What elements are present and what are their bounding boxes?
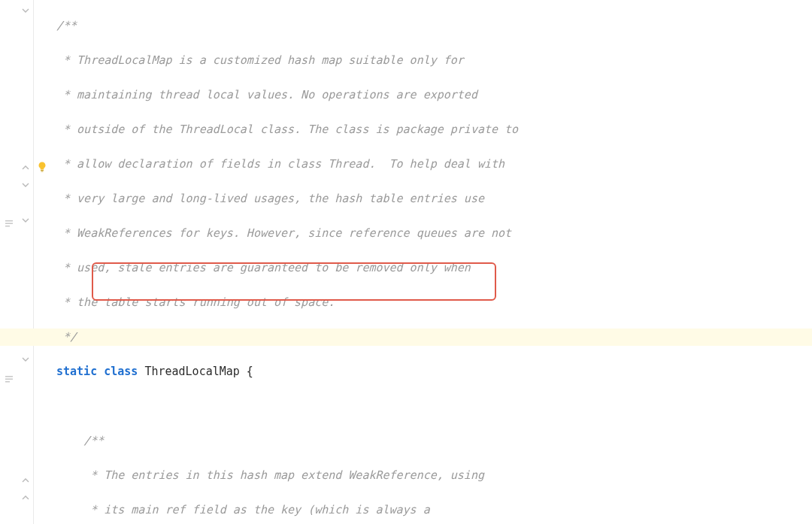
svg-rect-2 [5, 226, 10, 227]
svg-rect-0 [5, 220, 13, 222]
editor-gutter [0, 0, 34, 524]
comment-line: /** [56, 432, 812, 450]
comment-line: * used, stale entries are guaranteed to … [56, 259, 812, 277]
blank-line [56, 398, 812, 415]
svg-rect-3 [5, 376, 13, 377]
paragraph-structure-icon[interactable] [5, 217, 14, 234]
fold-open-icon[interactable] [21, 6, 30, 15]
class-name: ThreadLocalMap [144, 365, 239, 378]
comment-line: /** [56, 17, 812, 35]
fold-close-icon[interactable] [21, 163, 30, 172]
svg-rect-4 [5, 379, 13, 380]
highlighted-line: */ [0, 329, 812, 346]
paragraph-structure-icon[interactable] [5, 372, 14, 389]
fold-column [20, 0, 33, 524]
fold-close-icon[interactable] [21, 493, 30, 502]
comment-line: * the table starts running out of space. [56, 294, 812, 311]
keyword-class: class [104, 365, 138, 378]
comment-line: * WeakReferences for keys. However, sinc… [56, 225, 812, 242]
svg-rect-1 [5, 223, 13, 225]
comment-line: * ThreadLocalMap is a customized hash ma… [56, 52, 812, 69]
comment-line: * very large and long-lived usages, the … [56, 190, 812, 207]
code-editor[interactable]: /** * ThreadLocalMap is a customized has… [34, 0, 812, 524]
comment-line: * outside of the ThreadLocal class. The … [56, 121, 812, 138]
fold-open-icon[interactable] [21, 216, 30, 225]
comment-close: */ [56, 330, 77, 344]
comment-line: * allow declaration of fields in class T… [56, 156, 812, 173]
fold-open-icon[interactable] [21, 355, 30, 364]
comment-line: * its main ref field as the key (which i… [56, 501, 812, 519]
brace: { [240, 365, 253, 378]
class-declaration: static class ThreadLocalMap { [56, 363, 812, 380]
keyword-static: static [56, 365, 97, 378]
comment-line: * The entries in this hash map extend We… [56, 467, 812, 484]
fold-close-icon[interactable] [21, 476, 30, 485]
svg-rect-5 [5, 381, 10, 383]
fold-open-icon[interactable] [21, 180, 30, 189]
comment-line: * maintaining thread local values. No op… [56, 86, 812, 104]
